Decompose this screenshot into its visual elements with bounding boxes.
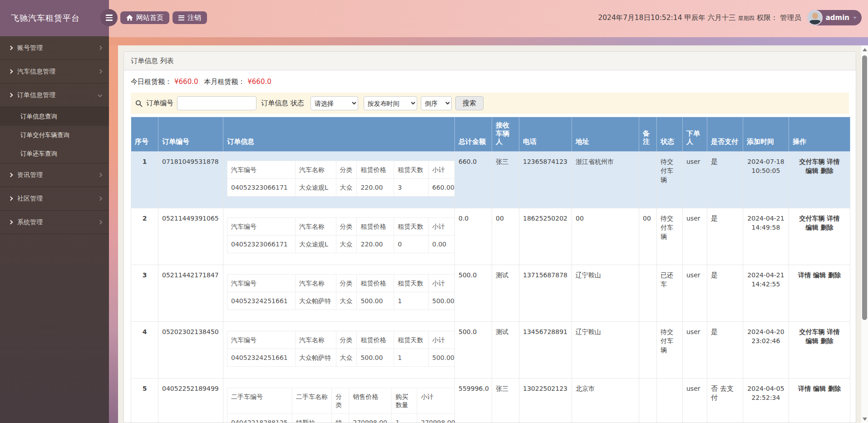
sidebar-item-system[interactable]: 系统管理 xyxy=(0,211,109,234)
receiver-cell: 测试 xyxy=(492,322,519,379)
sidebar-item-account[interactable]: 账号管理 xyxy=(0,36,109,60)
order-no-cell: 05202302138450 xyxy=(158,322,223,379)
delete-link[interactable]: 删除 xyxy=(820,167,833,174)
scrollbar-thumb[interactable] xyxy=(862,55,867,320)
order-items-table: 汽车编号 汽车名称 分类 租赁价格 租赁天数 小计 04052324251661 xyxy=(227,274,460,310)
phone-cell: 18625250202 xyxy=(519,208,572,265)
username: admin xyxy=(826,14,849,22)
table-row: 5 04052252189499 二手车编号 二手车名称 分类 销售价格 xyxy=(131,379,850,423)
orderer-cell: user xyxy=(683,208,707,265)
order-info-cell: 汽车编号 汽车名称 分类 租赁价格 租赁天数 小计 04052324251661 xyxy=(223,265,455,322)
orderer-cell: user xyxy=(683,152,707,208)
deliver-link[interactable]: 交付车辆 xyxy=(799,158,825,165)
note-cell xyxy=(639,322,657,379)
actions-cell: 交付车辆 详情 编辑 删除 xyxy=(789,322,850,379)
deliver-link[interactable]: 交付车辆 xyxy=(799,215,825,222)
today-rental-label: 今日租赁额： xyxy=(131,78,172,86)
note-cell xyxy=(639,379,657,423)
table-header-row: 序号 订单编号 订单信息 总计金额 接收车辆人 电话 地址 备注 状态 下单人 … xyxy=(131,117,850,152)
filter-bar: 订单编号 订单信息 状态 请选择 按发布时间 倒序 搜索 xyxy=(131,93,849,114)
paid-cell: 是 xyxy=(707,265,743,322)
month-rental-label: 本月租赁额： xyxy=(204,78,245,86)
app-title: 飞驰汽车租赁平台 xyxy=(0,0,109,36)
time-cell: 2024-04-05 22:52:34 xyxy=(743,379,789,423)
sidebar-item-order-query[interactable]: 订单信息查询 xyxy=(0,107,109,126)
status-label: 订单信息 状态 xyxy=(261,99,304,108)
actions-cell: 详情 编辑 删除 xyxy=(789,265,850,322)
chevron-right-icon xyxy=(98,173,103,177)
sidebar-item-order-info[interactable]: 订单信息管理 xyxy=(0,84,109,107)
total-cell: 500.0 xyxy=(455,322,492,379)
phone-cell: 13715687878 xyxy=(519,265,572,322)
sort-dir-select[interactable]: 倒序 xyxy=(421,96,452,110)
delete-link[interactable]: 删除 xyxy=(828,271,841,279)
order-info-cell: 汽车编号 汽车名称 分类 租赁价格 租赁天数 小计 04052324251661 xyxy=(223,322,455,379)
status-cell: 待交付车辆 xyxy=(657,208,683,265)
order-info-cell: 汽车编号 汽车名称 分类 租赁价格 租赁天数 小计 04052323066171 xyxy=(223,208,455,265)
detail-link[interactable]: 详情 xyxy=(798,271,811,279)
order-no-label: 订单编号 xyxy=(146,99,173,108)
home-button[interactable]: 网站首页 xyxy=(120,11,169,24)
order-info-cell: 汽车编号 汽车名称 分类 租赁价格 租赁天数 小计 04052323066171 xyxy=(223,152,455,208)
detail-link[interactable]: 详情 xyxy=(827,215,839,222)
time-cell: 2024-04-21 14:49:58 xyxy=(743,208,789,265)
phone-cell: 13022502123 xyxy=(519,379,572,423)
order-no-cell: 04052252189499 xyxy=(158,379,223,423)
chevron-right-icon xyxy=(9,197,13,201)
detail-link[interactable]: 详情 xyxy=(798,385,811,392)
search-icon xyxy=(135,100,143,107)
logout-button[interactable]: 注销 xyxy=(173,11,207,24)
receiver-cell: 00 xyxy=(492,208,519,265)
left-gradient-strip xyxy=(109,45,118,423)
order-no-cell: 05211442171847 xyxy=(158,265,223,322)
order-no-input[interactable] xyxy=(177,96,256,110)
phone-cell: 13456728891 xyxy=(519,322,572,379)
sidebar-toggle-button[interactable] xyxy=(100,9,118,26)
sidebar-submenu: 订单信息查询 订单交付车辆查询 订单还车查询 xyxy=(0,107,109,163)
time-cell: 2024-07-18 10:50:05 xyxy=(743,152,789,208)
search-button[interactable]: 搜索 xyxy=(455,96,483,110)
time-cell: 2024-04-21 14:42:55 xyxy=(743,265,789,322)
paid-cell: 是 xyxy=(707,152,743,208)
total-cell: 0.0 xyxy=(455,208,492,265)
table-row: 3 05211442171847 汽车编号 汽车名称 分类 租赁价格 租 xyxy=(131,265,850,322)
delete-link[interactable]: 删除 xyxy=(828,385,841,392)
edit-link[interactable]: 编辑 xyxy=(813,385,826,392)
address-cell: 辽宁鞍山 xyxy=(572,322,639,379)
detail-link[interactable]: 详情 xyxy=(827,328,839,335)
address-cell: 北京市 xyxy=(572,379,639,423)
topbar: 网站首页 注销 2024年7月18日10:52:14 甲辰年 六月十三 星期四 … xyxy=(109,0,868,37)
sidebar-item-news[interactable]: 资讯管理 xyxy=(0,163,109,187)
sidebar-item-order-deliver-query[interactable]: 订单交付车辆查询 xyxy=(0,126,109,144)
delete-link[interactable]: 删除 xyxy=(820,224,833,231)
sidebar-item-car-info[interactable]: 汽车信息管理 xyxy=(0,60,109,84)
chevron-right-icon xyxy=(9,46,13,50)
paid-cell[interactable]: 否 去支付 xyxy=(707,379,743,423)
status-select[interactable]: 请选择 xyxy=(311,96,358,110)
rental-stats: 今日租赁额：¥660.0 本月租赁额：¥660.0 xyxy=(131,78,849,86)
scrollbar-down-arrow[interactable] xyxy=(863,418,867,421)
time-cell: 2024-04-20 23:02:46 xyxy=(743,322,789,379)
edit-link[interactable]: 编辑 xyxy=(806,224,819,231)
delete-link[interactable]: 删除 xyxy=(820,337,833,344)
scrollbar-up-arrow[interactable] xyxy=(863,48,867,51)
edit-link[interactable]: 编辑 xyxy=(806,167,819,174)
panel-title: 订单信息 列表 xyxy=(124,52,856,70)
orderer-cell: user xyxy=(683,322,707,379)
caret-down-icon xyxy=(853,17,857,19)
table-row: 2 05211449391065 汽车编号 汽车名称 分类 租赁价格 租 xyxy=(131,208,850,265)
sidebar-item-community[interactable]: 社区管理 xyxy=(0,187,109,211)
address-cell: 00 xyxy=(572,208,639,265)
order-list-panel: 订单信息 列表 今日租赁额：¥660.0 本月租赁额：¥660.0 订单编号 订… xyxy=(123,51,856,423)
edit-link[interactable]: 编辑 xyxy=(813,271,826,279)
deliver-link[interactable]: 交付车辆 xyxy=(799,328,825,335)
table-row: 4 05202302138450 汽车编号 汽车名称 分类 租赁价格 租 xyxy=(131,322,850,379)
detail-link[interactable]: 详情 xyxy=(827,158,839,165)
edit-link[interactable]: 编辑 xyxy=(806,337,819,344)
address-cell: 浙江省杭州市 xyxy=(572,152,639,208)
sort-field-select[interactable]: 按发布时间 xyxy=(364,96,417,110)
user-menu[interactable]: admin xyxy=(807,10,862,25)
chevron-right-icon xyxy=(9,93,13,98)
total-cell: 559996.0 xyxy=(455,379,492,423)
sidebar-item-order-return-query[interactable]: 订单还车查询 xyxy=(0,144,109,163)
